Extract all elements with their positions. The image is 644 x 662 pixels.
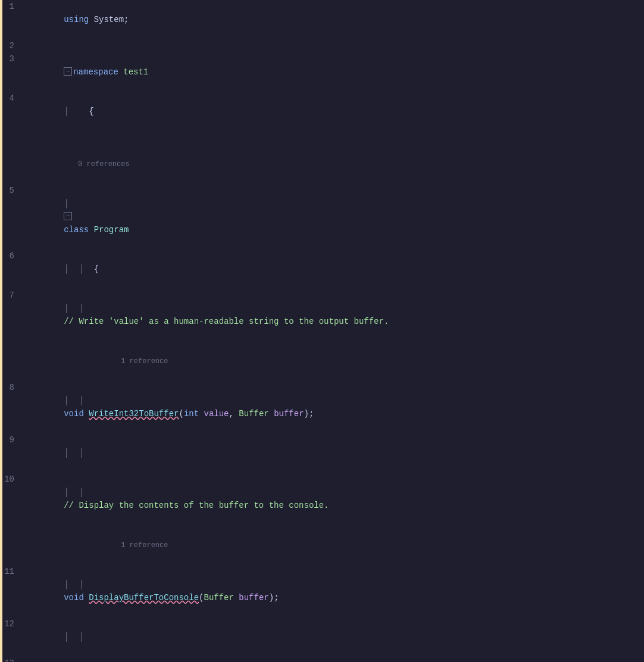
code-line-13: 13 │ │ // Application code <box>2 657 644 662</box>
line-number: 13 <box>2 657 24 662</box>
fold-button[interactable]: − <box>64 67 72 76</box>
line-code: │ │ { <box>24 249 644 289</box>
line-code: −namespace test1 <box>24 52 644 92</box>
line-code: │ { <box>24 92 644 131</box>
line-number: 8 <box>2 381 24 394</box>
line-number: 11 <box>2 565 24 578</box>
code-line-11: 11 │ │ void DisplayBufferToConsole(Buffe… <box>2 565 644 617</box>
line-code: 0 references <box>24 131 644 184</box>
line-number: 9 <box>2 433 24 446</box>
reference-hint-line: 1 reference <box>2 341 644 381</box>
code-line-6: 6 │ │ { <box>2 249 644 289</box>
code-line-10: 10 │ │ // Display the contents of the bu… <box>2 473 644 525</box>
reference-hint-line: 1 reference <box>2 525 644 565</box>
code-line-1: 1 using System; <box>2 0 644 39</box>
line-number: 7 <box>2 289 24 302</box>
line-code: │ │ // Write 'value' as a human-readable… <box>24 289 644 341</box>
line-code: │ │ // Application code <box>24 657 644 662</box>
line-number: 2 <box>2 39 24 52</box>
line-code: │ │ <box>24 433 644 473</box>
code-line-7: 7 │ │ // Write 'value' as a human-readab… <box>2 289 644 341</box>
code-line-9: 9 │ │ <box>2 433 644 473</box>
line-code: 1 reference <box>24 341 644 381</box>
code-line-8: 8 │ │ void WriteInt32ToBuffer(int value,… <box>2 381 644 433</box>
line-number: 10 <box>2 473 24 486</box>
line-code: │ │ void DisplayBufferToConsole(Buffer b… <box>24 565 644 617</box>
line-code: │ − class Program <box>24 184 644 249</box>
code-line-4: 4 │ { <box>2 92 644 131</box>
line-number: 5 <box>2 184 24 197</box>
code-line-2: 2 <box>2 39 644 52</box>
code-line-3: 3 −namespace test1 <box>2 52 644 92</box>
reference-hint-line: 0 references <box>2 131 644 184</box>
code-line-12: 12 │ │ <box>2 617 644 657</box>
line-number: 4 <box>2 92 24 105</box>
line-number: 3 <box>2 52 24 65</box>
line-code: using System; <box>24 0 644 39</box>
line-number: 6 <box>2 249 24 263</box>
line-code: │ │ void WriteInt32ToBuffer(int value, B… <box>24 381 644 433</box>
line-code: │ │ <box>24 617 644 657</box>
fold-button[interactable]: − <box>64 212 72 220</box>
line-number: 12 <box>2 617 24 630</box>
line-code: 1 reference <box>24 525 644 565</box>
line-number: 1 <box>2 0 24 13</box>
code-editor: 1 using System; 2 3 −namespace test1 4 │… <box>0 0 644 662</box>
code-line-5: 5 │ − class Program <box>2 184 644 249</box>
line-code: │ │ // Display the contents of the buffe… <box>24 473 644 525</box>
